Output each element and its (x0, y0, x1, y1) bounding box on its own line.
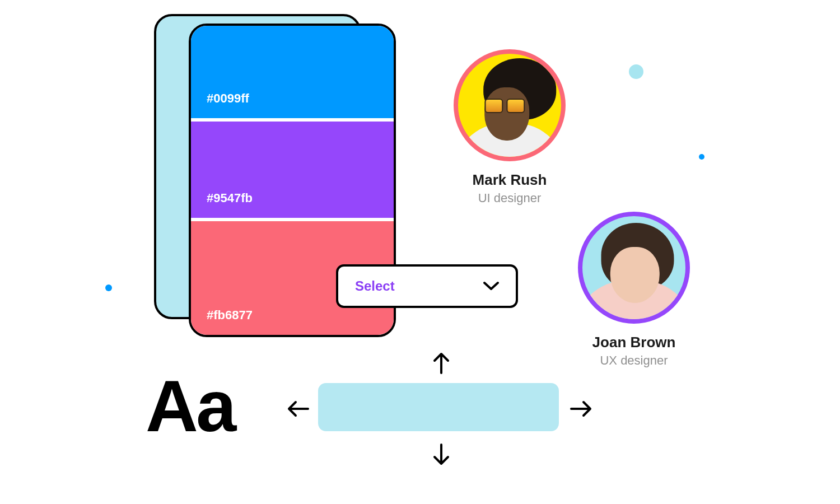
select-dropdown[interactable]: Select (336, 264, 518, 308)
select-label: Select (355, 278, 395, 294)
arrow-down-icon[interactable] (430, 442, 452, 467)
decorative-dot (699, 154, 704, 160)
swatch-hex-label: #fb6877 (207, 308, 253, 323)
person-role: UI designer (448, 191, 571, 206)
decorative-dot (105, 284, 112, 291)
arrow-up-icon[interactable] (430, 351, 452, 375)
arrow-left-icon[interactable] (286, 398, 310, 420)
chevron-down-icon (483, 281, 499, 291)
decorative-dot (629, 64, 643, 79)
spacing-bar[interactable] (318, 383, 559, 431)
avatar (578, 212, 690, 324)
swatch-hex-label: #0099ff (207, 91, 249, 106)
avatar (454, 49, 566, 161)
palette-swatch[interactable]: #9547fb (191, 118, 394, 218)
team-member-card: Mark Rush UI designer (448, 49, 571, 206)
palette-swatch[interactable]: #0099ff (191, 26, 394, 118)
spacing-control (280, 347, 605, 476)
typography-sample: Aa (146, 370, 234, 442)
person-name: Mark Rush (448, 171, 571, 189)
team-member-card: Joan Brown UX designer (572, 212, 696, 368)
arrow-right-icon[interactable] (569, 398, 594, 420)
swatch-hex-label: #9547fb (207, 191, 253, 206)
